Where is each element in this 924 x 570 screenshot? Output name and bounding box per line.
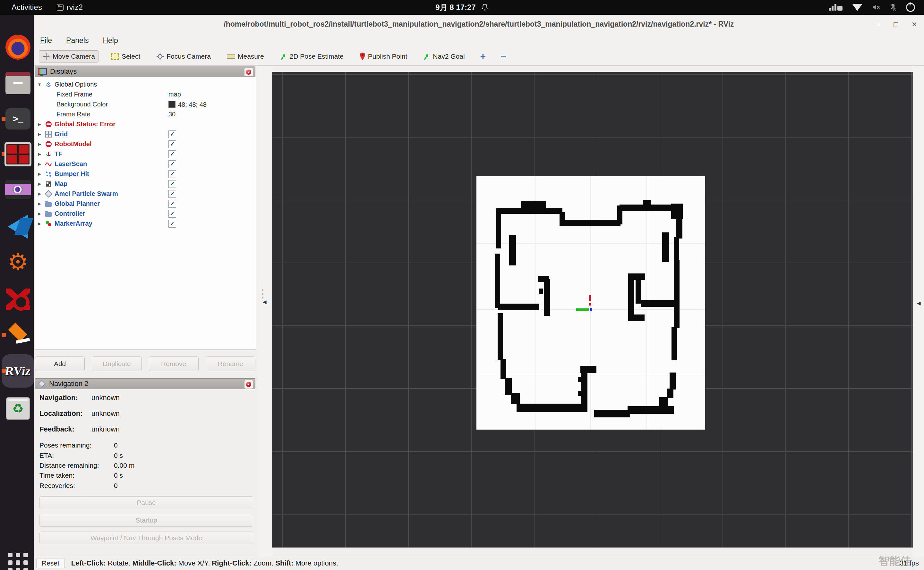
minimize-button[interactable]: –: [876, 20, 880, 29]
volume-muted-icon[interactable]: [872, 3, 880, 11]
tree-row-map[interactable]: ▶ Map ✓: [35, 179, 256, 189]
add-button[interactable]: Add: [35, 357, 85, 371]
clock[interactable]: 9月 8 17:27: [435, 2, 488, 12]
focus-camera-button[interactable]: Focus Camera: [153, 51, 214, 62]
pause-button[interactable]: Pause: [40, 496, 253, 509]
tree-row-frame-rate[interactable]: Frame Rate 30: [35, 109, 256, 119]
pose-estimate-button[interactable]: 2D Pose Estimate: [277, 51, 347, 62]
duplicate-button[interactable]: Duplicate: [92, 357, 141, 371]
dock-media-player-icon[interactable]: [5, 176, 31, 203]
controller-checkbox[interactable]: ✓: [168, 210, 176, 218]
nav2-goal-button[interactable]: Nav2 Goal: [420, 51, 468, 62]
show-applications-icon[interactable]: [5, 549, 31, 570]
menu-panels[interactable]: Panels: [66, 36, 89, 45]
global-planner-checkbox[interactable]: ✓: [168, 200, 176, 208]
markerarray-checkbox[interactable]: ✓: [168, 220, 176, 228]
tree-row-background-color[interactable]: Background Color 48; 48; 48: [35, 100, 256, 109]
tree-row-fixed-frame[interactable]: Fixed Frame map: [35, 89, 256, 100]
expander-icon[interactable]: ▼: [35, 82, 44, 87]
focused-app-indicator[interactable]: ᴿᵛ rviz2: [57, 3, 83, 12]
add-tool-button[interactable]: +: [478, 51, 489, 62]
dock-terminal-icon[interactable]: >_: [5, 106, 31, 132]
grid-checkbox[interactable]: ✓: [168, 130, 176, 138]
dock-file-manager-icon[interactable]: [5, 70, 31, 97]
expander-icon[interactable]: ▶: [35, 172, 44, 176]
bumper-hit-checkbox[interactable]: ✓: [168, 170, 176, 178]
eta-value: 0 s: [114, 452, 123, 460]
dock-gear-app-icon[interactable]: ⚙: [5, 248, 31, 275]
tree-row-global-planner[interactable]: ▶ Global Planner ✓: [35, 199, 256, 209]
expander-icon[interactable]: ▶: [35, 211, 44, 216]
power-icon[interactable]: [906, 3, 915, 12]
measure-button[interactable]: Measure: [224, 51, 267, 62]
expander-icon[interactable]: ▶: [35, 221, 44, 226]
nav-status-value: unknown: [91, 394, 120, 402]
map-checkbox[interactable]: ✓: [168, 180, 176, 188]
dock: >_ ⚙ RViz ♻: [0, 15, 34, 570]
expander-icon[interactable]: ▶: [35, 132, 44, 136]
tree-row-laserscan[interactable]: ▶ LaserScan ✓: [35, 159, 256, 169]
desktop: Activities ᴿᵛ rviz2 9月 8 17:27: [0, 0, 924, 570]
startup-button[interactable]: Startup: [40, 514, 253, 527]
frame-rate-value[interactable]: 30: [168, 110, 175, 118]
expander-icon[interactable]: ▶: [35, 192, 44, 196]
tf-checkbox[interactable]: ✓: [168, 150, 176, 158]
network-icon[interactable]: [829, 4, 843, 11]
right-splitter[interactable]: ◀: [913, 66, 924, 556]
tree-row-amcl[interactable]: ▶ Amcl Particle Swarm ✓: [35, 189, 256, 199]
expander-icon[interactable]: ▶: [35, 142, 44, 147]
measure-icon: [227, 54, 235, 59]
menu-bar: File Panels Help: [34, 34, 924, 48]
dock-firefox-icon[interactable]: [5, 34, 31, 61]
remove-button[interactable]: Remove: [149, 357, 198, 371]
dock-red-grid-app-icon[interactable]: [5, 141, 31, 168]
dock-robot-red-app-icon[interactable]: [5, 286, 31, 313]
navigation2-close-button[interactable]: ×: [244, 380, 253, 389]
displays-close-button[interactable]: ×: [244, 67, 253, 77]
rename-button[interactable]: Rename: [206, 357, 255, 371]
dock-vscode-icon[interactable]: [5, 213, 31, 240]
tree-row-bumper-hit[interactable]: ▶ Bumper Hit ✓: [35, 169, 256, 179]
wifi-icon[interactable]: [852, 4, 863, 11]
menu-file[interactable]: File: [40, 36, 52, 45]
render-viewport[interactable]: [272, 72, 913, 547]
panel-splitter[interactable]: ◀: [257, 66, 272, 556]
move-camera-button[interactable]: Move Camera: [39, 51, 98, 63]
tree-row-markerarray[interactable]: ▶ MarkerArray ✓: [35, 219, 256, 228]
expander-icon[interactable]: ▶: [35, 181, 44, 186]
tree-row-global-status[interactable]: ▶ Global Status: Error: [35, 119, 256, 129]
remove-tool-button[interactable]: −: [498, 51, 509, 62]
dock-trash-icon[interactable]: ♻: [5, 395, 31, 422]
navigation2-panel-header[interactable]: Navigation 2 ×: [35, 378, 255, 389]
expander-icon[interactable]: ▶: [35, 162, 44, 166]
amcl-checkbox[interactable]: ✓: [168, 190, 176, 198]
tree-row-controller[interactable]: ▶ Controller ✓: [35, 209, 256, 219]
waypoint-mode-button[interactable]: Waypoint / Nav Through Poses Mode: [40, 532, 253, 544]
tree-row-tf[interactable]: ▶ TF ✓: [35, 149, 256, 159]
displays-panel-header[interactable]: Displays ×: [35, 66, 255, 77]
collapse-left-arrow-icon[interactable]: ◀: [263, 299, 267, 305]
expander-icon[interactable]: ▶: [35, 201, 44, 206]
eta-label: ETA:: [40, 452, 54, 460]
laserscan-checkbox[interactable]: ✓: [168, 160, 176, 168]
reset-button[interactable]: Reset: [36, 558, 65, 568]
microphone-muted-icon[interactable]: [890, 3, 896, 12]
robotmodel-checkbox[interactable]: ✓: [168, 140, 176, 148]
expander-icon[interactable]: ▶: [35, 152, 44, 156]
gear-icon: ⚙: [46, 81, 51, 89]
tree-row-global-options[interactable]: ▼ ⚙ Global Options: [35, 80, 256, 89]
activities-button[interactable]: Activities: [12, 3, 42, 12]
close-button[interactable]: ×: [912, 19, 917, 29]
menu-help[interactable]: Help: [103, 36, 118, 45]
dock-diamond-draw-app-icon[interactable]: [5, 322, 31, 348]
tree-row-robotmodel[interactable]: ▶ RobotModel ✓: [35, 139, 256, 149]
select-button[interactable]: Select: [108, 51, 143, 62]
expander-icon[interactable]: ▶: [35, 122, 44, 127]
fixed-frame-value[interactable]: map: [168, 91, 181, 98]
publish-point-button[interactable]: Publish Point: [357, 51, 410, 63]
collapse-right-arrow-icon[interactable]: ◀: [917, 300, 921, 306]
tree-row-grid[interactable]: ▶ Grid ✓: [35, 129, 256, 139]
background-color-value[interactable]: 48; 48; 48: [168, 101, 207, 108]
maximize-button[interactable]: □: [893, 20, 898, 29]
dock-rviz-icon[interactable]: RViz: [5, 357, 31, 385]
